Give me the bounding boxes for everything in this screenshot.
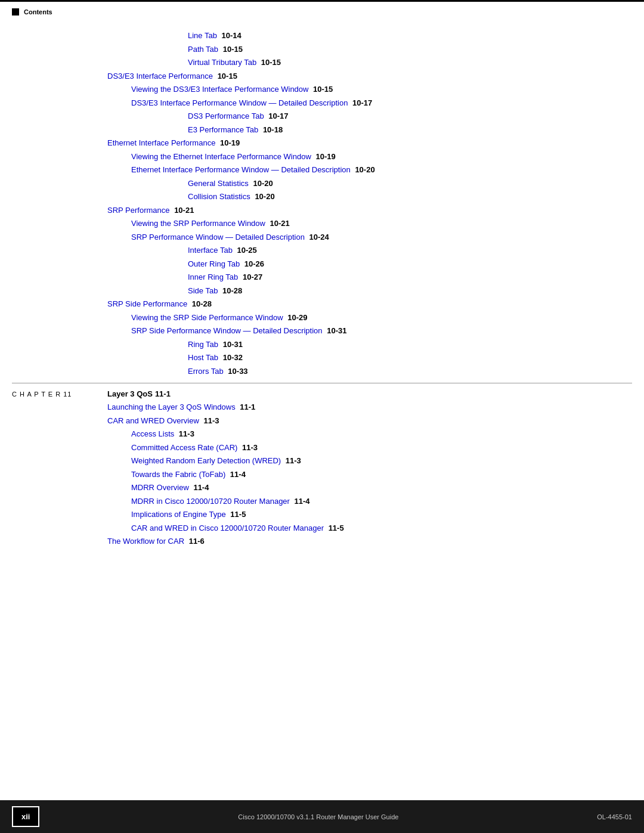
toc-item: SRP Side Performance Window — Detailed D… <box>131 325 632 337</box>
toc-page-num: 11-3 <box>240 442 258 454</box>
toc-link[interactable]: DS3/E3 Interface Performance Window — De… <box>131 97 348 109</box>
toc-link[interactable]: CAR and WRED Overview <box>107 415 199 427</box>
chapter-label: C H A P T E R 11 <box>12 391 107 398</box>
toc-item: Launching the Layer 3 QoS Windows 11-1 <box>107 401 632 413</box>
toc-link[interactable]: Launching the Layer 3 QoS Windows <box>107 401 236 413</box>
chapter-11-entry: C H A P T E R 11 Layer 3 QoS 11-1 <box>12 389 632 398</box>
bottom-bar: xii Cisco 12000/10700 v3.1.1 Router Mana… <box>0 800 644 833</box>
toc-item: Viewing the DS3/E3 Interface Performance… <box>131 83 632 95</box>
toc-page-num: 10-33 <box>226 366 248 377</box>
toc-item: CAR and WRED Overview 11-3 <box>107 415 632 427</box>
toc-item: Access Lists 11-3 <box>131 428 632 440</box>
toc-page-num: 10-15 <box>221 44 243 55</box>
toc-link[interactable]: Errors Tab <box>188 366 224 377</box>
toc-link[interactable]: Access Lists <box>131 428 174 440</box>
toc-page-num: 10-25 <box>235 244 257 256</box>
toc-page-num: 10-28 <box>220 285 242 297</box>
toc-link[interactable]: Inner Ring Tab <box>188 271 238 283</box>
main-content: Line Tab 10-14Path Tab 10-15Virtual Trib… <box>0 30 644 797</box>
toc-link[interactable]: Side Tab <box>188 285 218 297</box>
toc-item: Weighted Random Early Detection (WRED) 1… <box>131 455 632 467</box>
toc-link[interactable]: Line Tab <box>188 30 217 42</box>
toc-link[interactable]: E3 Performance Tab <box>188 124 258 136</box>
toc-item: Side Tab 10-28 <box>188 285 632 297</box>
toc-item: MDRR Overview 11-4 <box>131 482 632 494</box>
toc-link[interactable]: Weighted Random Early Detection (WRED) <box>131 455 281 467</box>
toc-link[interactable]: General Statistics <box>188 178 249 190</box>
toc-page-num: 10-20 <box>251 178 273 190</box>
toc-link[interactable]: Viewing the Ethernet Interface Performan… <box>131 151 311 163</box>
toc-item: Outer Ring Tab 10-26 <box>188 258 632 270</box>
toc-page-num: 10-15 <box>259 57 281 69</box>
toc-link[interactable]: Ethernet Interface Performance Window — … <box>131 164 351 176</box>
toc-link[interactable]: Virtual Tributary Tab <box>188 57 256 69</box>
toc-item: SRP Performance 10-21 <box>107 205 632 216</box>
toc-link[interactable]: CAR and WRED in Cisco 12000/10720 Router… <box>131 522 324 534</box>
chapter-title-link[interactable]: Layer 3 QoS <box>107 389 153 398</box>
toc-page-num: 10-15 <box>311 83 333 95</box>
toc-item: Errors Tab 10-33 <box>188 366 632 377</box>
page-number-label: xii <box>12 806 39 827</box>
toc-page-num: 10-26 <box>242 258 264 270</box>
toc-item: Inner Ring Tab 10-27 <box>188 271 632 283</box>
toc-item: SRP Performance Window — Detailed Descri… <box>131 231 632 243</box>
toc-page-num: 10-17 <box>350 97 372 109</box>
toc-page-num: 10-17 <box>267 110 289 122</box>
toc-page-num: 10-19 <box>218 137 240 149</box>
toc-page-num: 10-28 <box>190 298 212 310</box>
toc-page-num: 11-4 <box>228 469 246 481</box>
toc-page-num: 11-5 <box>228 509 246 521</box>
chapter-toc-container: Launching the Layer 3 QoS Windows 11-1CA… <box>12 401 632 547</box>
toc-page-num: 10-21 <box>172 205 194 216</box>
toc-page-num: 10-21 <box>268 218 290 230</box>
toc-page-num: 10-32 <box>221 352 243 364</box>
toc-link[interactable]: Ring Tab <box>188 339 218 351</box>
header-label: Contents <box>24 8 52 16</box>
toc-link[interactable]: DS3/E3 Interface Performance <box>107 70 213 82</box>
header-square-icon <box>12 8 19 16</box>
footer-doc-num: OL-4455-01 <box>597 813 632 820</box>
toc-link[interactable]: SRP Performance <box>107 205 170 216</box>
toc-link[interactable]: Viewing the SRP Performance Window <box>131 218 265 230</box>
toc-item: Ethernet Interface Performance 10-19 <box>107 137 632 149</box>
toc-page-num: 10-31 <box>325 325 347 337</box>
toc-link[interactable]: Ethernet Interface Performance <box>107 137 215 149</box>
toc-link[interactable]: MDRR Overview <box>131 482 189 494</box>
toc-link[interactable]: SRP Performance Window — Detailed Descri… <box>131 231 305 243</box>
toc-item: Viewing the SRP Side Performance Window … <box>131 312 632 324</box>
toc-link[interactable]: Implications of Engine Type <box>131 509 226 521</box>
toc-page-num: 11-5 <box>326 522 344 534</box>
toc-item: CAR and WRED in Cisco 12000/10720 Router… <box>131 522 632 534</box>
toc-page-num: 11-3 <box>202 415 219 427</box>
toc-page-num: 11-6 <box>187 535 205 547</box>
toc-link[interactable]: Interface Tab <box>188 244 233 256</box>
toc-link[interactable]: Outer Ring Tab <box>188 258 240 270</box>
toc-link[interactable]: Host Tab <box>188 352 218 364</box>
toc-container: Line Tab 10-14Path Tab 10-15Virtual Trib… <box>12 30 632 377</box>
toc-link[interactable]: MDRR in Cisco 12000/10720 Router Manager <box>131 496 290 507</box>
toc-link[interactable]: Path Tab <box>188 44 218 55</box>
toc-link[interactable]: DS3 Performance Tab <box>188 110 264 122</box>
toc-page-num: 10-27 <box>240 271 262 283</box>
toc-page-num: 11-3 <box>177 428 194 440</box>
toc-page-num: 11-1 <box>238 401 256 413</box>
toc-page-num: 10-20 <box>253 191 275 203</box>
toc-link[interactable]: Committed Access Rate (CAR) <box>131 442 237 454</box>
toc-page-num: 11-3 <box>283 455 301 467</box>
toc-link[interactable]: Viewing the SRP Side Performance Window <box>131 312 283 324</box>
toc-link[interactable]: Towards the Fabric (ToFab) <box>131 469 225 481</box>
toc-link[interactable]: The Workflow for CAR <box>107 535 184 547</box>
toc-link[interactable]: SRP Side Performance <box>107 298 187 310</box>
toc-item: Implications of Engine Type 11-5 <box>131 509 632 521</box>
toc-link[interactable]: Viewing the DS3/E3 Interface Performance… <box>131 83 308 95</box>
toc-link[interactable]: Collision Statistics <box>188 191 250 203</box>
toc-page-num: 10-29 <box>286 312 308 324</box>
toc-item: Path Tab 10-15 <box>188 44 632 55</box>
toc-link[interactable]: SRP Side Performance Window — Detailed D… <box>131 325 323 337</box>
toc-item: Interface Tab 10-25 <box>188 244 632 256</box>
toc-item: MDRR in Cisco 12000/10720 Router Manager… <box>131 496 632 507</box>
footer-doc-title: Cisco 12000/10700 v3.1.1 Router Manager … <box>238 813 398 820</box>
chapter-title: Layer 3 QoS <box>107 389 153 398</box>
page-header: Contents <box>0 5 644 19</box>
toc-item: Viewing the Ethernet Interface Performan… <box>131 151 632 163</box>
